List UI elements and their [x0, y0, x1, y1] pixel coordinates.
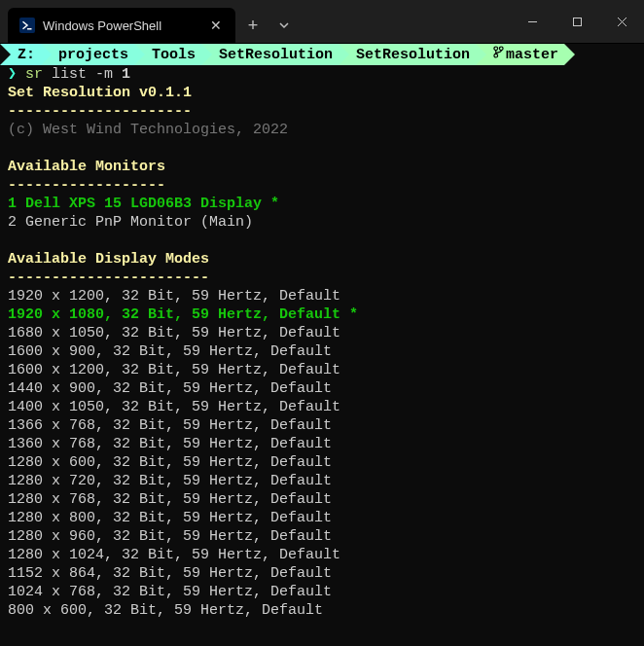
breadcrumb-seg[interactable]: SetResolution	[201, 44, 339, 65]
breadcrumb-end	[564, 44, 575, 65]
app-title: Set Resolution v0.1.1	[8, 85, 192, 101]
breadcrumb-branch[interactable]: master	[476, 44, 564, 65]
display-mode-row: 1400 x 1050, 32 Bit, 59 Hertz, Default	[8, 399, 340, 415]
tab-close-button[interactable]: ✕	[208, 16, 224, 35]
display-mode-row: 1440 x 900, 32 Bit, 59 Hertz, Default	[8, 380, 332, 397]
svg-point-6	[494, 54, 498, 57]
path-breadcrumb: Z: projects Tools SetResolution SetResol…	[0, 44, 644, 65]
display-mode-row: 1920 x 1200, 32 Bit, 59 Hertz, Default	[8, 288, 340, 305]
display-mode-row: 1280 x 1024, 32 Bit, 59 Hertz, Default	[8, 547, 340, 563]
rule: ---------------------	[8, 103, 192, 120]
display-mode-row: 1600 x 1200, 32 Bit, 59 Hertz, Default	[8, 362, 340, 378]
powershell-icon	[19, 18, 35, 33]
monitors-heading: Available Monitors	[8, 159, 165, 175]
terminal-output[interactable]: ❯ sr list -m 1 Set Resolution v0.1.1 ---…	[0, 65, 644, 646]
svg-rect-1	[573, 18, 581, 25]
modes-heading: Available Display Modes	[8, 251, 209, 268]
close-button[interactable]	[599, 0, 644, 43]
display-mode-row: 1366 x 768, 32 Bit, 59 Hertz, Default	[8, 417, 332, 434]
app-window: Windows PowerShell ✕ + Z: projects Tools…	[0, 0, 644, 646]
tab-dropdown-button[interactable]	[270, 8, 298, 43]
rule: -----------------------	[8, 269, 209, 286]
display-mode-row: 1280 x 768, 32 Bit, 59 Hertz, Default	[8, 491, 332, 508]
display-mode-row: 1280 x 800, 32 Bit, 59 Hertz, Default	[8, 510, 332, 526]
prompt-symbol: ❯	[8, 66, 17, 83]
copyright: (c) West Wind Technologies, 2022	[8, 122, 288, 138]
rule: ------------------	[8, 177, 165, 194]
breadcrumb-seg[interactable]: SetResolution	[339, 44, 476, 65]
display-mode-row: 1680 x 1050, 32 Bit, 59 Hertz, Default	[8, 325, 340, 341]
git-branch-icon	[493, 46, 504, 63]
breadcrumb-seg[interactable]: Z:	[0, 44, 41, 65]
monitor-row: 2 Generic PnP Monitor (Main)	[8, 214, 253, 231]
display-mode-row: 1600 x 900, 32 Bit, 59 Hertz, Default	[8, 343, 332, 360]
maximize-button[interactable]	[555, 0, 599, 43]
command-args: list -m	[43, 66, 122, 83]
display-mode-row: 1280 x 960, 32 Bit, 59 Hertz, Default	[8, 528, 332, 545]
command-name: sr	[25, 66, 43, 83]
window-controls	[510, 0, 644, 43]
breadcrumb-seg[interactable]: projects	[41, 44, 134, 65]
tab-title: Windows PowerShell	[43, 18, 208, 33]
tab-powershell[interactable]: Windows PowerShell ✕	[8, 8, 235, 43]
title-bar: Windows PowerShell ✕ +	[0, 0, 644, 44]
display-mode-row: 1152 x 864, 32 Bit, 59 Hertz, Default	[8, 565, 332, 582]
display-mode-row: 1920 x 1080, 32 Bit, 59 Hertz, Default *	[8, 306, 358, 323]
monitor-row: 1 Dell XPS 15 LGD06B3 Display *	[8, 196, 279, 212]
svg-point-4	[494, 47, 498, 51]
display-mode-row: 1280 x 600, 32 Bit, 59 Hertz, Default	[8, 454, 332, 471]
svg-point-5	[500, 47, 504, 51]
display-mode-row: 1280 x 720, 32 Bit, 59 Hertz, Default	[8, 473, 332, 489]
display-mode-row: 800 x 600, 32 Bit, 59 Hertz, Default	[8, 602, 323, 619]
new-tab-button[interactable]: +	[235, 8, 270, 43]
minimize-button[interactable]	[510, 0, 555, 43]
command-arg-value: 1	[122, 66, 130, 83]
display-mode-row: 1360 x 768, 32 Bit, 59 Hertz, Default	[8, 436, 332, 452]
display-mode-row: 1024 x 768, 32 Bit, 59 Hertz, Default	[8, 584, 332, 600]
breadcrumb-seg[interactable]: Tools	[134, 44, 201, 65]
